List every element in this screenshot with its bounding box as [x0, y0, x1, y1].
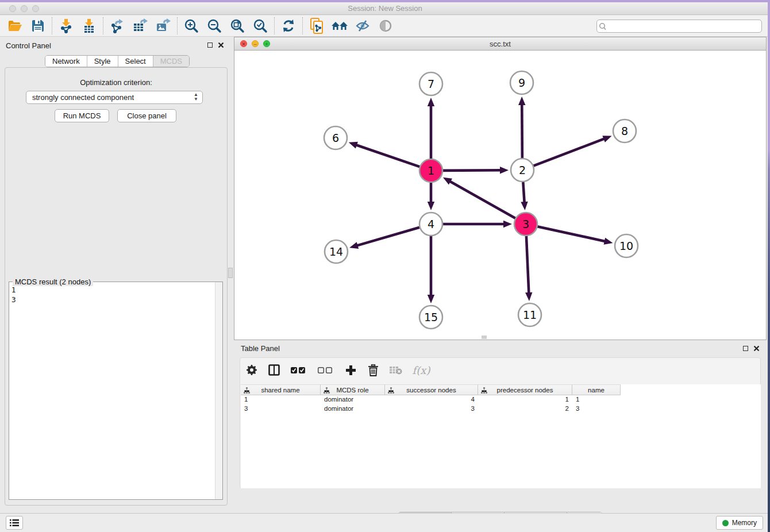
- application-window: Session: New Session: [0, 0, 770, 532]
- graph-edge-2-3[interactable]: [523, 180, 524, 203]
- hierarchy-icon: [481, 387, 487, 394]
- chevron-updown-icon: ▲▼: [194, 92, 198, 102]
- arrowhead-icon: [349, 142, 358, 149]
- close-panel-icon[interactable]: [753, 345, 760, 352]
- zoom-in-icon[interactable]: [180, 17, 203, 35]
- zoom-selected-icon[interactable]: [249, 17, 272, 35]
- node-table: shared name MCDS role successor nodes pr…: [241, 384, 761, 488]
- home-icon[interactable]: [328, 17, 351, 35]
- column-layout-icon[interactable]: [267, 363, 281, 377]
- tab-mcds[interactable]: MCDS: [153, 56, 189, 67]
- mcds-result-title: MCDS result (2 nodes): [13, 277, 93, 286]
- deselect-all-icon[interactable]: [317, 363, 335, 377]
- zoom-fit-icon[interactable]: [226, 17, 249, 35]
- graph-edge-3-1[interactable]: [449, 181, 517, 219]
- cell-name[interactable]: 3: [572, 404, 621, 414]
- optimization-criterion-label: Optimization criterion:: [5, 78, 227, 87]
- delete-row-icon[interactable]: [366, 363, 380, 377]
- table-panel-title: Table Panel: [241, 344, 280, 353]
- graph-node-label: 9: [518, 76, 525, 89]
- open-session-icon[interactable]: [3, 17, 26, 35]
- network-view-window: ✕ – + scc.txt 7968124314101511: [234, 37, 767, 340]
- mcds-panel: Optimization criterion: strongly connect…: [5, 67, 228, 506]
- search-field[interactable]: [596, 20, 762, 33]
- graph-edge-1-6[interactable]: [356, 145, 421, 167]
- column-header-shared-name[interactable]: shared name: [241, 384, 321, 395]
- graph-edge-2-9[interactable]: [522, 104, 522, 160]
- show-icon[interactable]: [374, 17, 397, 35]
- hide-icon[interactable]: [351, 17, 374, 35]
- column-header-predecessor-nodes[interactable]: predecessor nodes: [478, 384, 572, 395]
- scrollbar[interactable]: [215, 282, 222, 499]
- column-header-mcds-role[interactable]: MCDS role: [321, 384, 385, 395]
- mcds-result-box: MCDS result (2 nodes) 1 3: [9, 282, 223, 500]
- refresh-icon[interactable]: [277, 17, 300, 35]
- export-network-icon[interactable]: [106, 17, 129, 35]
- table-row[interactable]: 1 dominator 4 1 1: [241, 395, 761, 404]
- cell-mcds-role[interactable]: dominator: [321, 404, 385, 414]
- tab-style[interactable]: Style: [87, 56, 118, 67]
- mcds-result-list[interactable]: 1 3: [11, 286, 16, 305]
- graph-node-label: 11: [523, 309, 537, 321]
- arrowhead-icon: [428, 202, 434, 210]
- control-panel-tabs: Network Style Select MCDS: [45, 55, 190, 67]
- delete-table-icon[interactable]: [388, 363, 402, 377]
- import-table-icon[interactable]: [78, 17, 101, 35]
- hierarchy-icon: [244, 387, 250, 394]
- node-table-container: f(x) shared name MCDS role successor n: [240, 357, 761, 488]
- column-header-name[interactable]: name: [572, 384, 621, 395]
- graph-edge-4-14[interactable]: [357, 227, 421, 246]
- arrowhead-icon: [349, 242, 359, 249]
- control-panel-title: Control Panel: [6, 41, 51, 50]
- graph-node-label: 7: [428, 78, 434, 90]
- close-panel-button[interactable]: Close panel: [117, 109, 176, 122]
- export-table-icon[interactable]: [129, 17, 152, 35]
- cell-mcds-role[interactable]: dominator: [321, 395, 385, 404]
- toolbar-separator: [103, 17, 103, 34]
- import-network-icon[interactable]: [55, 17, 78, 35]
- cell-name[interactable]: 1: [572, 395, 621, 404]
- table-row[interactable]: 3 dominator 3 2 3: [241, 404, 761, 414]
- close-panel-icon[interactable]: [218, 42, 224, 48]
- cell-successor-nodes[interactable]: 3: [385, 404, 478, 414]
- cell-shared-name[interactable]: 1: [241, 395, 321, 404]
- cell-successor-nodes[interactable]: 4: [385, 395, 478, 404]
- cell-predecessor-nodes[interactable]: 2: [478, 404, 572, 414]
- criterion-select[interactable]: strongly connected component ▲▼: [26, 91, 203, 104]
- horizontal-scrollbar-thumb[interactable]: [482, 336, 487, 339]
- toolbar-separator: [52, 17, 52, 34]
- function-builder-icon[interactable]: f(x): [411, 363, 432, 377]
- add-row-icon[interactable]: [344, 363, 357, 377]
- graph-edge-3-11[interactable]: [526, 234, 529, 294]
- export-image-icon[interactable]: [152, 17, 175, 35]
- task-history-button[interactable]: [6, 516, 23, 530]
- float-panel-icon[interactable]: [207, 43, 213, 48]
- panel-splitter-handle[interactable]: [228, 268, 233, 278]
- zoom-out-icon[interactable]: [203, 17, 226, 35]
- graph-node-label: 4: [428, 218, 434, 230]
- network-window-titlebar[interactable]: ✕ – + scc.txt: [234, 37, 766, 51]
- cell-predecessor-nodes[interactable]: 1: [478, 395, 572, 404]
- network-canvas[interactable]: 7968124314101511: [234, 51, 766, 340]
- network-overview-icon[interactable]: [305, 17, 328, 35]
- select-all-icon[interactable]: [290, 363, 308, 377]
- float-panel-icon[interactable]: [743, 346, 748, 351]
- memory-button[interactable]: Memory: [716, 516, 763, 530]
- graph-edge-3-10[interactable]: [536, 226, 606, 241]
- graph-node-label: 3: [522, 218, 529, 230]
- run-mcds-button[interactable]: Run MCDS: [55, 109, 109, 122]
- graph-edge-2-8[interactable]: [532, 138, 605, 166]
- search-input[interactable]: [609, 21, 761, 32]
- save-session-icon[interactable]: [26, 17, 49, 35]
- graph-edge-1-2[interactable]: [441, 170, 501, 171]
- tab-select[interactable]: Select: [118, 56, 153, 67]
- list-icon: [9, 519, 20, 527]
- arrowhead-icon: [521, 202, 528, 210]
- table-toolbar: f(x): [245, 361, 432, 379]
- column-header-successor-nodes[interactable]: successor nodes: [385, 384, 478, 395]
- app-titlebar: Session: New Session: [0, 2, 770, 15]
- settings-icon[interactable]: [245, 363, 259, 377]
- search-icon: [597, 22, 609, 31]
- tab-network[interactable]: Network: [45, 56, 87, 67]
- cell-shared-name[interactable]: 3: [241, 404, 321, 414]
